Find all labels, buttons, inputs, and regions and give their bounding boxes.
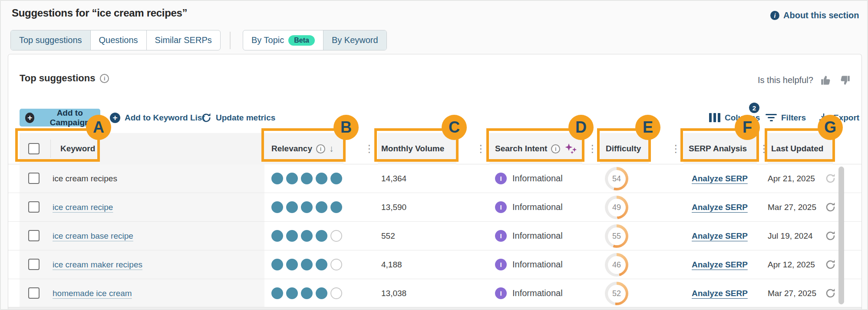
- row-checkbox[interactable]: [28, 201, 40, 213]
- horizontal-scrollbar[interactable]: [8, 307, 861, 310]
- table-header-row: Keyword Relevancy i ↓ Monthly Volume Sea…: [8, 133, 861, 164]
- analyze-serp-link[interactable]: Analyze SERP: [692, 193, 748, 221]
- difficulty-donut: 54: [605, 167, 628, 190]
- keyword-cell-text[interactable]: ice cream recipe: [53, 193, 113, 221]
- search-intent-cell: I Informational: [495, 222, 563, 250]
- column-menu-icon[interactable]: ⋮: [587, 143, 597, 155]
- relevancy-dot: [330, 259, 342, 270]
- relevancy-dot: [330, 201, 342, 213]
- info-icon[interactable]: i: [551, 144, 560, 153]
- header-monthly-volume[interactable]: Monthly Volume: [378, 133, 456, 164]
- search-intent-cell: I Informational: [495, 279, 563, 307]
- update-metrics-button[interactable]: Update metrics: [201, 109, 275, 127]
- info-icon[interactable]: i: [100, 74, 109, 83]
- tab-questions[interactable]: Questions: [90, 30, 146, 50]
- analyze-serp-link[interactable]: Analyze SERP: [692, 222, 748, 250]
- keyword-cell-text[interactable]: ice cream maker recipes: [53, 250, 142, 279]
- difficulty-donut: 55: [605, 224, 628, 248]
- tab-similar-serps[interactable]: Similar SERPs: [146, 30, 220, 50]
- relevancy-dot: [316, 287, 327, 299]
- relevancy-dot: [316, 259, 327, 270]
- monthly-volume-value: 4,188: [381, 250, 402, 279]
- header-relevancy[interactable]: Relevancy i ↓: [264, 133, 343, 164]
- columns-count-badge: 2: [749, 103, 759, 113]
- relevancy-dot: [301, 230, 313, 242]
- thumbs-up-icon[interactable]: [820, 74, 832, 86]
- filters-button[interactable]: Filters: [766, 109, 806, 127]
- keyword-cell-text: ice cream recipes: [53, 164, 117, 193]
- page-title: Suggestions for “ice cream recipes”: [12, 7, 187, 19]
- vertical-scrollbar[interactable]: [838, 167, 844, 304]
- add-to-campaign-button[interactable]: + Add to Campaign: [20, 109, 100, 127]
- select-all-checkbox[interactable]: [28, 143, 40, 154]
- tab-by-topic[interactable]: By Topic Beta: [243, 30, 323, 50]
- search-intent-cell: I Informational: [495, 250, 563, 279]
- row-checkbox[interactable]: [28, 259, 40, 270]
- row-checkbox[interactable]: [28, 230, 40, 241]
- sort-descending-icon: ↓: [329, 143, 334, 154]
- info-icon[interactable]: i: [316, 144, 325, 153]
- table-row: ice cream recipes 14,364 I Informational…: [8, 164, 861, 193]
- header-last-updated[interactable]: Last Updated: [768, 133, 833, 164]
- relevancy-dot: [286, 230, 298, 242]
- plus-icon: +: [25, 113, 34, 123]
- relevancy-dot: [271, 201, 283, 213]
- difficulty-value: 55: [608, 227, 626, 245]
- analyze-serp-link[interactable]: Analyze SERP: [692, 250, 748, 279]
- analyze-serp-link[interactable]: Analyze SERP: [692, 279, 748, 307]
- intent-label: Informational: [512, 288, 563, 298]
- refresh-icon[interactable]: [825, 202, 836, 213]
- column-menu-icon[interactable]: ⋮: [476, 143, 486, 155]
- relevancy-dots: [271, 250, 342, 279]
- helpful-prompt: Is this helpful?: [758, 75, 813, 85]
- divider: [230, 32, 231, 49]
- monthly-volume-value: 13,590: [381, 193, 406, 221]
- monthly-volume-value: 552: [381, 222, 395, 250]
- intent-label: Informational: [512, 260, 563, 270]
- refresh-icon[interactable]: [825, 173, 836, 184]
- top-suggestions-panel: Top suggestions i Is this helpful? + Add…: [8, 54, 862, 310]
- relevancy-dot: [271, 287, 283, 299]
- row-checkbox[interactable]: [28, 173, 40, 184]
- last-updated-value: Jul 19, 2024: [768, 222, 813, 250]
- monthly-volume-value: 14,364: [381, 164, 406, 193]
- header-search-intent[interactable]: Search Intent i: [489, 133, 582, 164]
- relevancy-dots: [271, 193, 342, 221]
- refresh-icon: [201, 113, 211, 123]
- filter-icon: [766, 114, 777, 121]
- info-filled-icon: i: [770, 11, 779, 20]
- table-body: ice cream recipes 14,364 I Informational…: [8, 164, 861, 308]
- difficulty-value: 52: [608, 285, 626, 303]
- ai-sparkles-icon: [564, 143, 579, 154]
- tab-by-keyword[interactable]: By Keyword: [323, 30, 386, 50]
- columns-icon: [709, 113, 720, 122]
- refresh-icon[interactable]: [825, 288, 836, 299]
- difficulty-value: 54: [608, 170, 626, 188]
- thumbs-down-icon[interactable]: [839, 74, 851, 86]
- about-this-section-link[interactable]: i About this section: [770, 10, 859, 20]
- table-row: ice cream base recipe 552 I Informationa…: [8, 222, 861, 250]
- analyze-serp-link[interactable]: Analyze SERP: [692, 164, 748, 193]
- header-difficulty[interactable]: Difficulty: [600, 133, 649, 164]
- export-icon: [818, 113, 829, 123]
- export-button[interactable]: Export: [818, 109, 859, 127]
- column-menu-icon[interactable]: ⋮: [759, 143, 769, 155]
- relevancy-dot: [301, 173, 313, 184]
- add-to-keyword-list-button[interactable]: + Add to Keyword List: [110, 109, 205, 127]
- intent-badge-icon: I: [495, 173, 507, 184]
- row-checkbox[interactable]: [28, 287, 40, 299]
- difficulty-donut: 46: [605, 253, 628, 277]
- header-serp-analysis[interactable]: SERP Analysis: [683, 133, 757, 164]
- relevancy-dot: [316, 230, 327, 242]
- beta-badge: Beta: [288, 35, 315, 46]
- column-menu-icon[interactable]: ⋮: [364, 143, 374, 155]
- keyword-cell-text[interactable]: ice cream base recipe: [53, 222, 133, 250]
- monthly-volume-value: 13,038: [381, 279, 406, 307]
- column-menu-icon[interactable]: ⋮: [671, 143, 681, 155]
- keyword-cell-text[interactable]: homemade ice cream: [53, 279, 132, 307]
- tab-top-suggestions[interactable]: Top suggestions: [11, 30, 90, 50]
- refresh-icon[interactable]: [825, 259, 836, 270]
- table-row: ice cream recipe 13,590 I Informational …: [8, 193, 861, 222]
- refresh-icon[interactable]: [825, 230, 836, 241]
- intent-badge-icon: I: [495, 201, 507, 213]
